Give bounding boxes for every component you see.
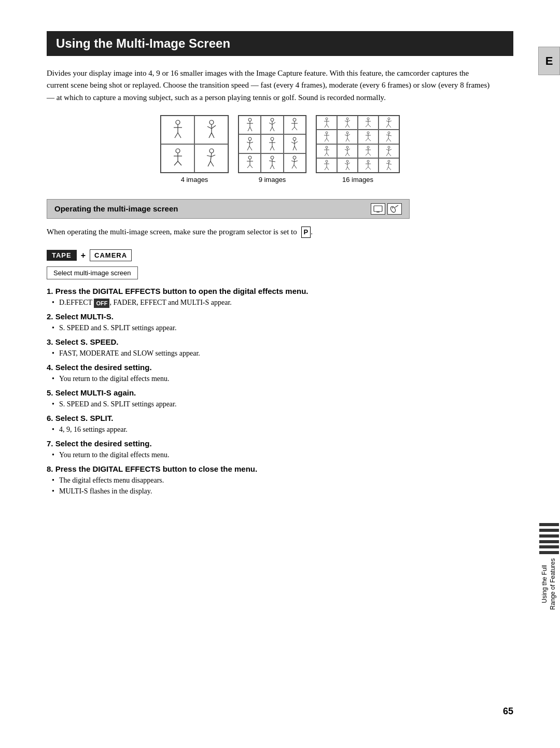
step-8: 8. Press the DIGITAL EFFECTS button to c…: [47, 464, 493, 497]
svg-line-150: [366, 167, 368, 170]
svg-line-67: [291, 161, 295, 162]
svg-line-135: [388, 153, 391, 156]
svg-line-86: [368, 124, 371, 127]
svg-line-54: [295, 146, 297, 150]
svg-rect-157: [374, 206, 382, 211]
svg-line-40: [247, 142, 250, 143]
images-row: 4 images: [160, 115, 400, 184]
grid-cell: [261, 134, 283, 153]
step-5-bullets: S. SPEED and S. SPLIT settings appear.: [47, 399, 493, 410]
svg-line-101: [347, 134, 350, 136]
svg-line-31: [270, 127, 272, 131]
p-indicator: P: [301, 227, 311, 238]
step-3-bullet-1: FAST, MODERATE and SLOW settings appear.: [59, 348, 493, 359]
step-5-bullet-1: S. SPEED and S. SPLIT settings appear.: [59, 399, 493, 410]
grid-cell: [239, 116, 261, 135]
grid-cell: [284, 116, 306, 135]
svg-line-100: [345, 135, 347, 136]
image-label-16: 16 images: [342, 176, 373, 184]
svg-line-143: [345, 163, 347, 164]
section-header-text: Operating the multi-image screen: [54, 204, 178, 213]
tv-icon: [371, 203, 385, 215]
images-section: 4 images: [47, 115, 513, 188]
svg-line-69: [292, 165, 294, 168]
grid-cell: [194, 116, 228, 144]
step-8-bullet-2: MULTI-S flashes in the display.: [59, 486, 493, 497]
svg-point-93: [326, 132, 328, 134]
svg-point-60: [271, 156, 274, 159]
svg-line-14: [174, 161, 178, 165]
grid-cell: [337, 158, 358, 173]
svg-point-152: [388, 160, 390, 162]
svg-point-136: [326, 160, 328, 162]
page-title: Using the Multi-Image Screen: [47, 31, 513, 56]
grid-cell: [379, 158, 399, 173]
svg-line-103: [347, 138, 349, 142]
svg-point-119: [346, 146, 348, 148]
svg-line-10: [212, 133, 214, 138]
bar-line-4: [539, 540, 559, 543]
step-3-title: 3. Select S. SPEED.: [47, 337, 493, 346]
side-bar-lines: [539, 523, 559, 554]
grid-cell: [358, 116, 379, 130]
svg-line-68: [295, 161, 298, 162]
side-bar-text: Using the Full Range of Features: [541, 558, 557, 610]
step-8-bullet-1: The digital effects menu disappears.: [59, 475, 493, 486]
intro-text: Divides your display image into 4, 9 or …: [47, 67, 493, 104]
grid-3x3: [239, 116, 306, 173]
svg-line-39: [249, 140, 250, 146]
svg-line-89: [386, 121, 389, 122]
bar-line-3: [539, 534, 559, 538]
grid-cell: [194, 144, 228, 173]
svg-line-36: [292, 127, 295, 130]
svg-line-124: [347, 153, 349, 156]
svg-line-81: [347, 124, 349, 128]
image-box-4: [160, 115, 229, 173]
svg-point-76: [346, 118, 348, 120]
svg-point-82: [367, 118, 369, 120]
image-label-4: 4 images: [181, 176, 208, 184]
step-1-bullet-1: D.EFFECT OFF, FADER, EFFECT and MULTI-S …: [59, 297, 493, 308]
grid-cell: [261, 116, 283, 135]
grid-cell: [379, 130, 399, 144]
svg-line-107: [366, 138, 368, 141]
off-badge: OFF: [94, 299, 109, 308]
grid-cell: [358, 144, 379, 159]
page-container: E Using the Multi-Image Screen Divides y…: [0, 0, 560, 748]
svg-line-26: [250, 127, 252, 131]
grid-cell: [161, 116, 194, 144]
svg-line-19: [212, 155, 215, 157]
svg-point-16: [209, 149, 214, 153]
svg-line-108: [368, 138, 371, 141]
steps-container: 1. Press the DIGITAL EFFECTS button to o…: [47, 287, 493, 497]
svg-line-96: [325, 138, 327, 142]
svg-point-71: [326, 118, 328, 120]
svg-line-43: [249, 146, 252, 150]
side-bar-vertical: Using the Full Range of Features: [538, 489, 560, 644]
svg-line-88: [388, 120, 389, 124]
svg-line-153: [388, 162, 389, 167]
svg-line-117: [325, 153, 327, 156]
svg-point-5: [209, 120, 214, 124]
step-6-title: 6. Select S. SPLIT.: [47, 414, 493, 422]
bar-line-1: [539, 523, 559, 526]
bar-line-2: [539, 529, 559, 532]
step-6: 6. Select S. SPLIT. 4, 9, 16 settings ap…: [47, 414, 493, 435]
svg-point-0: [176, 120, 180, 124]
svg-line-75: [327, 124, 329, 128]
svg-line-139: [325, 167, 327, 170]
svg-line-41: [250, 142, 253, 143]
grid-cell: [379, 144, 399, 159]
svg-line-25: [248, 127, 250, 131]
svg-line-122: [347, 149, 350, 150]
grid-cell: [337, 144, 358, 159]
step-5: 5. Select MULTI-S again. S. SPEED and S.…: [47, 388, 493, 410]
svg-line-66: [294, 159, 295, 165]
svg-line-129: [368, 153, 371, 156]
section-header-icons: [371, 203, 402, 215]
grid-cell: [239, 153, 261, 173]
svg-line-91: [386, 124, 388, 128]
svg-point-27: [271, 118, 274, 121]
step-1-bullets: D.EFFECT OFF, FADER, EFFECT and MULTI-S …: [47, 297, 493, 308]
svg-line-32: [272, 127, 274, 131]
